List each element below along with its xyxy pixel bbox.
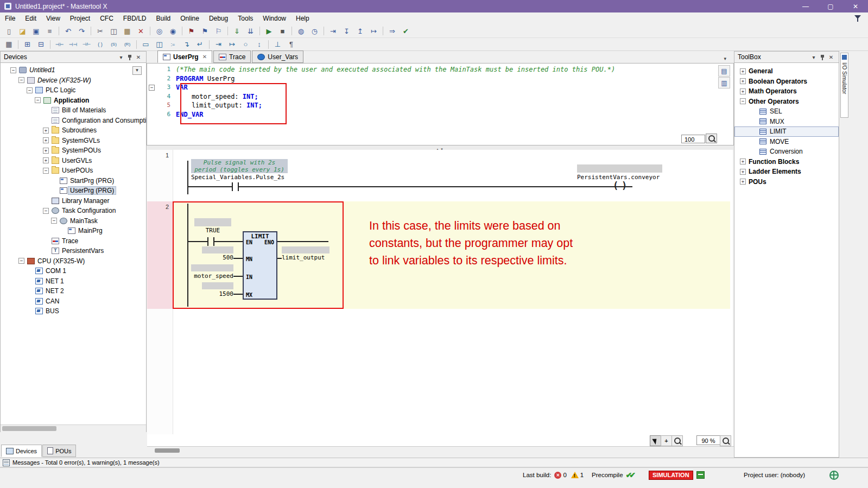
contact-symbol[interactable] [232,182,233,191]
tree-item-trace[interactable]: Trace [1,236,146,246]
menu-item-help[interactable]: Help [291,12,314,24]
redo-icon[interactable]: ↷ [75,25,88,37]
minimize-button[interactable]: — [793,0,818,12]
device-dropdown-icon[interactable]: ▼ [132,66,142,75]
tree-item-application[interactable]: −Application [1,96,146,106]
toolbox-item-ladder-elements[interactable]: +Ladder Elements [734,167,839,177]
tree-item-net-1[interactable]: NET 1 [1,276,146,287]
code-line[interactable]: −3VAR [147,83,733,92]
toolbox-item-general[interactable]: +General [734,66,839,77]
collapse-icon[interactable]: − [43,208,49,214]
insert-contact-icon[interactable]: ⊣⊢ [53,39,66,50]
tree-item-plc-logic[interactable]: −PLC Logic [1,85,146,96]
tree-item-net-2[interactable]: NET 2 [1,286,146,296]
new-project-icon[interactable]: ▯ [3,25,15,37]
toolbox-item-boolean-operators[interactable]: +Boolean Operators [734,77,839,87]
menu-item-window[interactable]: Window [258,12,291,24]
paste-icon[interactable]: ▦ [121,25,134,37]
pin-icon[interactable] [818,53,827,61]
tab-list-dropdown-icon[interactable] [724,56,726,61]
editor-sidebar-icon-top[interactable]: ▤ [718,65,730,77]
menu-item-online[interactable]: Online [175,12,204,24]
collapse-icon[interactable]: − [18,77,24,83]
tree-item-library-manager[interactable]: Library Manager [1,196,146,206]
pointer-tool-button[interactable] [650,435,661,446]
close-button[interactable]: ✕ [843,0,868,12]
messages-bar[interactable]: Messages - Total 0 error(s), 1 warning(s… [0,458,868,467]
tree-item-cpu-xf325-w[interactable]: −CPU (XF325-W) [1,256,146,267]
step-out-icon[interactable]: ↥ [354,25,366,37]
pan-tool-button[interactable]: + [661,435,672,446]
code-line[interactable]: 6END_VAR [147,110,733,119]
toolbox-item-conversion[interactable]: Conversion [734,147,839,157]
tree-item-systemgvls[interactable]: +SystemGVLs [1,136,146,146]
tab-close-icon[interactable] [202,54,207,60]
tree-item-untitled1[interactable]: −Untitled1▼ [1,65,146,75]
toolbox-item-mux[interactable]: MUX [734,117,839,127]
code-line[interactable]: 1(*The main code inserted by the user an… [147,65,733,74]
contact-symbol[interactable] [207,237,208,246]
scrollbar-thumb[interactable] [155,448,180,453]
expand-icon[interactable]: + [740,169,746,175]
panel-dropdown-icon[interactable] [117,53,125,61]
tree-item-maintask[interactable]: −MainTask [1,216,146,226]
find-icon[interactable]: ◎ [153,25,166,37]
tree-item-configuration-and-consumption[interactable]: Configuration and Consumption [1,116,146,126]
tree-item-com-1[interactable]: COM 1 [1,266,146,276]
stop-icon[interactable]: ■ [276,25,289,37]
insert-coil-icon[interactable]: ( ) [94,39,106,50]
insert-jump-icon[interactable]: ↴ [180,39,193,50]
delete-icon[interactable]: ✕ [135,25,147,37]
network-2-margin-selected[interactable] [147,201,173,309]
insert-input-icon[interactable]: ⇥ [212,39,225,50]
tree-item-startprg-prg[interactable]: StartPrg (PRG) [1,176,146,186]
mx-value-label[interactable]: 1500 [202,290,233,297]
tab-pous[interactable]: POUs [42,445,76,457]
tree-item-device-xf325-w[interactable]: −Device (XF325-W) [1,75,146,86]
network-2-number[interactable]: 2 [155,204,169,210]
expand-icon[interactable]: + [43,128,49,134]
collapse-icon[interactable]: − [35,97,41,103]
collapse-icon[interactable]: − [18,258,24,264]
step-into-icon[interactable]: ↧ [340,25,353,37]
in-value-label[interactable]: motor_speed [191,272,233,280]
tree-item-bus[interactable]: BUS [1,306,146,316]
rebuild-icon[interactable]: ⇊ [244,25,257,37]
code-line[interactable]: 4 motor_speed: INT; [147,92,733,102]
toolbox-item-move[interactable]: MOVE [734,137,839,147]
insert-parallel-contact-icon[interactable]: ⊣⊣ [67,39,79,50]
bookmark-previous-icon[interactable]: ⚐ [212,25,225,37]
menu-item-file[interactable]: File [0,12,20,24]
st-zoom-level[interactable]: 100 [681,135,705,143]
maximize-button[interactable]: ▢ [818,0,843,12]
code-line[interactable]: 5 limit_output: INT; [147,101,733,110]
zoom-tool-button[interactable] [671,435,683,446]
fold-icon[interactable]: − [149,85,155,91]
negate-icon[interactable]: ○ [239,39,252,50]
menu-item-tools[interactable]: Tools [233,12,258,24]
collapse-icon[interactable]: − [51,218,57,224]
edge-detection-icon[interactable]: ↕ [253,39,265,50]
insert-function-block-icon[interactable]: ▭ [140,39,152,50]
tab-devices[interactable]: Devices [1,445,42,457]
append-network-icon[interactable]: ⊟ [35,39,47,50]
editor-splitter[interactable] [147,145,734,150]
step-over-icon[interactable]: ⇥ [327,25,339,37]
toolbox-item-function-blocks[interactable]: +Function Blocks [734,157,839,167]
globe-icon[interactable] [829,471,839,479]
editor-sidebar-icon-bottom[interactable]: ▥ [718,77,730,88]
st-editor[interactable]: 1(*The main code inserted by the user an… [147,63,734,145]
coil-symbol[interactable]: ( [613,180,618,191]
toolbox-item-other-operators[interactable]: −Other Operators [734,97,839,107]
insert-set-coil-icon[interactable]: (S) [107,39,120,50]
expand-icon[interactable]: + [43,148,49,154]
menu-item-fbd-ld[interactable]: FBD/LD [118,12,151,24]
expand-icon[interactable]: + [740,78,746,84]
filter-icon[interactable] [854,15,861,22]
insert-output-icon[interactable]: ↦ [226,39,238,50]
simulation-clock-icon[interactable]: ◷ [308,25,321,37]
run-to-cursor-icon[interactable]: ↦ [368,25,380,37]
bookmark-toggle-icon[interactable]: ⚑ [185,25,198,37]
expand-icon[interactable]: + [43,157,49,163]
insert-box-with-en-icon[interactable]: ◫ [153,39,166,50]
